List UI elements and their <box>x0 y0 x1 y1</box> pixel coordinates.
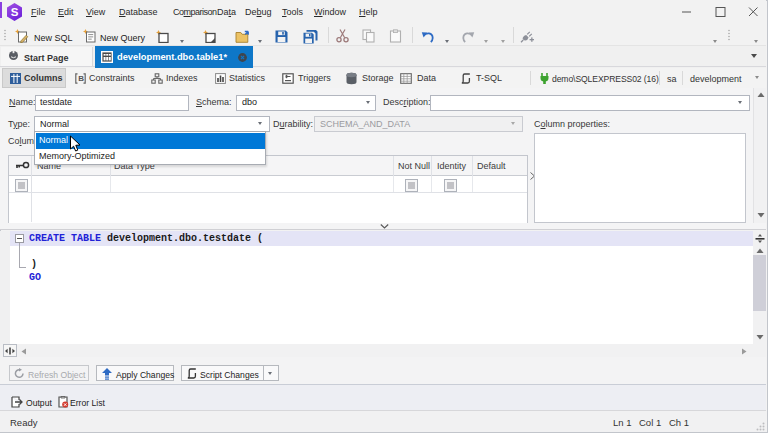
svg-text:S: S <box>11 6 19 18</box>
svg-text:B: B <box>78 74 84 83</box>
